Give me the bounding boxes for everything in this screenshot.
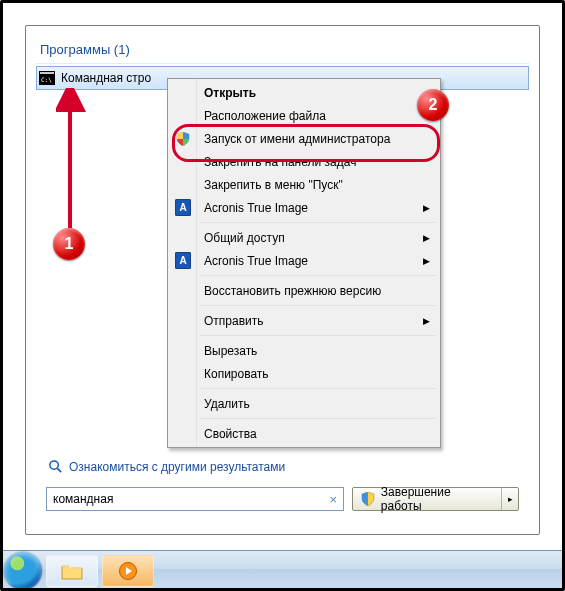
ctx-separator [200, 305, 436, 306]
svg-line-4 [57, 468, 61, 472]
cmd-icon: C:\ [39, 71, 55, 85]
ctx-separator [200, 275, 436, 276]
acronis-icon: A [175, 253, 191, 269]
heading-label: Программы [40, 42, 110, 57]
more-results-label: Ознакомиться с другими результатами [69, 460, 285, 474]
ctx-separator [200, 335, 436, 336]
search-box[interactable]: × [46, 487, 344, 511]
ctx-separator [200, 418, 436, 419]
folder-icon [61, 562, 83, 580]
clear-search-icon[interactable]: × [327, 492, 339, 507]
ctx-open[interactable]: Открыть [170, 81, 438, 104]
ctx-send-to[interactable]: Отправить▶ [170, 309, 438, 332]
media-player-icon [119, 562, 137, 580]
svg-rect-1 [40, 72, 54, 74]
ctx-pin-taskbar[interactable]: Закрепить на панели задач [170, 150, 438, 173]
ctx-pin-taskbar-label: Закрепить на панели задач [204, 155, 356, 169]
ctx-properties[interactable]: Свойства [170, 422, 438, 445]
ctx-run-as-admin[interactable]: Запуск от имени администратора [170, 127, 438, 150]
ctx-send-to-label: Отправить [204, 314, 264, 328]
taskbar-media-player[interactable] [102, 555, 154, 587]
submenu-arrow-icon: ▶ [423, 256, 430, 266]
svg-point-3 [50, 461, 58, 469]
acronis-icon: A [175, 200, 191, 216]
taskbar-explorer[interactable] [46, 555, 98, 587]
ctx-sharing[interactable]: Общий доступ▶ [170, 226, 438, 249]
ctx-separator [200, 222, 436, 223]
ctx-copy[interactable]: Копировать [170, 362, 438, 385]
search-input[interactable] [51, 491, 327, 507]
ctx-delete[interactable]: Удалить [170, 392, 438, 415]
ctx-acronis-1-label: Acronis True Image [204, 201, 308, 215]
submenu-arrow-icon: ▶ [423, 203, 430, 213]
shutdown-label: Завершение работы [381, 485, 493, 513]
bottom-bar: × Завершение работы ▸ [46, 484, 519, 514]
ctx-restore-previous[interactable]: Восстановить прежнюю версию [170, 279, 438, 302]
submenu-arrow-icon: ▶ [423, 233, 430, 243]
ctx-properties-label: Свойства [204, 427, 257, 441]
ctx-delete-label: Удалить [204, 397, 250, 411]
start-orb[interactable] [4, 552, 42, 590]
ctx-sharing-label: Общий доступ [204, 231, 285, 245]
ctx-pin-start-label: Закрепить в меню "Пуск" [204, 178, 343, 192]
ctx-cut-label: Вырезать [204, 344, 257, 358]
shutdown-menu-button[interactable]: ▸ [501, 488, 518, 510]
ctx-cut[interactable]: Вырезать [170, 339, 438, 362]
ctx-file-location[interactable]: Расположение файла [170, 104, 438, 127]
ctx-copy-label: Копировать [204, 367, 269, 381]
uac-shield-icon [175, 131, 191, 147]
ctx-acronis-2-label: Acronis True Image [204, 254, 308, 268]
result-label: Командная стро [61, 71, 151, 85]
svg-text:C:\: C:\ [41, 76, 52, 83]
shield-icon [361, 492, 375, 506]
more-results-link[interactable]: Ознакомиться с другими результатами [48, 459, 285, 474]
shutdown-button[interactable]: Завершение работы ▸ [352, 487, 519, 511]
heading-count: (1) [114, 42, 130, 57]
ctx-restore-previous-label: Восстановить прежнюю версию [204, 284, 381, 298]
taskbar [0, 550, 565, 591]
ctx-open-label: Открыть [204, 86, 256, 100]
ctx-file-location-label: Расположение файла [204, 109, 326, 123]
ctx-acronis-1[interactable]: A Acronis True Image ▶ [170, 196, 438, 219]
ctx-separator [200, 388, 436, 389]
results-heading: Программы (1) [36, 36, 529, 64]
search-icon [48, 459, 63, 474]
context-menu: Открыть Расположение файла Запуск от име… [167, 78, 441, 448]
ctx-pin-start[interactable]: Закрепить в меню "Пуск" [170, 173, 438, 196]
submenu-arrow-icon: ▶ [423, 316, 430, 326]
ctx-acronis-2[interactable]: A Acronis True Image ▶ [170, 249, 438, 272]
ctx-run-as-admin-label: Запуск от имени администратора [204, 132, 390, 146]
